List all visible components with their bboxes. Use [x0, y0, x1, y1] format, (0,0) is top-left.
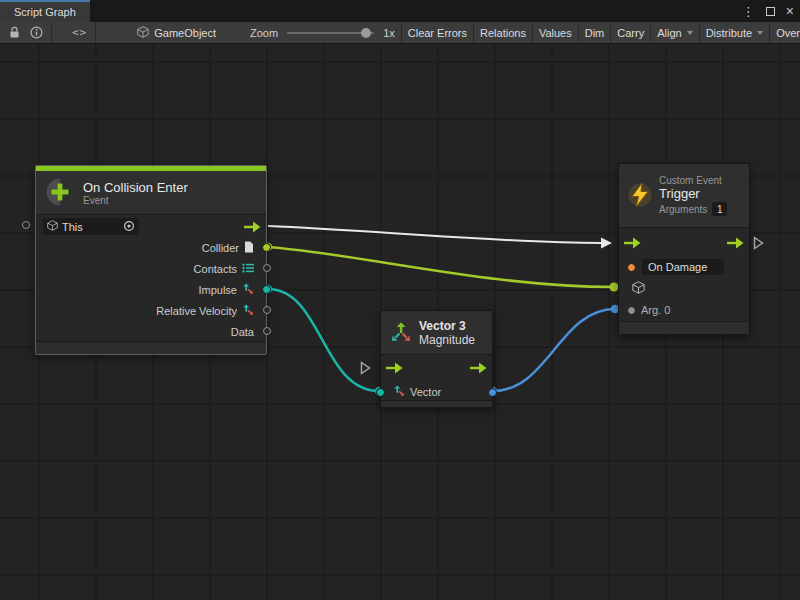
node-footer — [36, 341, 266, 354]
node-footer — [381, 400, 492, 407]
maximize-icon[interactable] — [766, 7, 775, 16]
toolbar-button-clear-errors[interactable]: Clear Errors — [401, 22, 473, 44]
button-label: Values — [539, 27, 572, 39]
arguments-row: Arguments 1 — [659, 202, 727, 216]
port-dot-contacts[interactable] — [263, 264, 271, 272]
control-input-triangle-icon[interactable] — [360, 361, 371, 379]
target-picker-icon[interactable] — [123, 220, 135, 234]
control-output-triangle-icon[interactable] — [753, 236, 764, 254]
wire-collider-to-target[interactable] — [268, 247, 614, 287]
port-dot-impulse[interactable] — [262, 285, 271, 294]
contacts-list-icon — [242, 263, 254, 275]
vector3-mini-icon — [242, 283, 254, 297]
event-name-field[interactable]: On Damage — [642, 259, 724, 275]
port-dot-data[interactable] — [263, 327, 271, 335]
zoom-label: Zoom — [250, 27, 278, 39]
port-label: Relative Velocity — [156, 305, 237, 317]
gameobject-cube-icon — [137, 26, 149, 40]
cube-icon — [632, 281, 645, 296]
node-header: Vector 3 Magnitude — [381, 311, 492, 355]
tab-script-graph[interactable]: Script Graph — [0, 0, 90, 22]
arguments-count-field[interactable]: 1 — [712, 202, 727, 216]
dropdown-arrow-icon — [687, 31, 693, 35]
control-output-arrow-icon[interactable] — [470, 362, 487, 376]
toolbar-button-overview[interactable]: Overv — [769, 22, 800, 44]
wire-control-flow[interactable] — [268, 226, 601, 243]
port-dot-vector-input[interactable] — [376, 388, 385, 397]
vector3-icon — [390, 321, 412, 345]
control-input-arrow-icon[interactable] — [624, 237, 641, 251]
this-field[interactable]: This — [43, 218, 139, 235]
control-flow-row — [619, 233, 749, 255]
cube-icon — [47, 220, 58, 233]
code-icon[interactable]: <> — [67, 22, 92, 44]
port-label: Contacts — [194, 263, 237, 275]
event-name-value: On Damage — [648, 261, 707, 273]
zoom-value: 1x — [383, 27, 395, 39]
close-icon[interactable]: × — [786, 4, 794, 18]
node-footer — [619, 321, 749, 334]
control-output-arrow-icon[interactable] — [244, 221, 261, 233]
kebab-menu-icon[interactable]: ⋮ — [742, 5, 755, 18]
toolbar-separator — [95, 22, 96, 44]
port-label: Arg. 0 — [641, 304, 670, 316]
control-flow-row — [381, 358, 492, 380]
port-dot-arg0[interactable] — [627, 306, 636, 315]
port-row-impulse: Impulse — [36, 279, 266, 300]
node-custom-event-trigger[interactable]: Custom Event Trigger Arguments 1 On Dama… — [618, 163, 750, 335]
toolbar-separator — [51, 22, 52, 44]
node-on-collision-enter[interactable]: On Collision Enter Event This Collider — [35, 165, 267, 355]
toolbar-button-align[interactable]: Align — [650, 22, 698, 44]
zoom-slider[interactable] — [287, 32, 374, 34]
node-title: Vector 3 — [419, 319, 475, 333]
toolbar-button-carry[interactable]: Carry — [610, 22, 650, 44]
port-row-vector: Vector — [381, 382, 492, 402]
toolbar-button-values[interactable]: Values — [532, 22, 578, 44]
port-dot-this-external[interactable] — [22, 221, 30, 229]
button-label: Clear Errors — [408, 27, 467, 39]
zoom-slider-handle[interactable] — [361, 28, 371, 38]
tab-label: Script Graph — [14, 6, 76, 18]
wire-magnitude-to-arg0[interactable] — [493, 309, 615, 391]
port-label: Data — [231, 326, 254, 338]
port-row-arg0: Arg. 0 — [619, 300, 749, 320]
node-titles: On Collision Enter Event — [83, 180, 188, 206]
port-row-contacts: Contacts — [36, 258, 266, 279]
port-row-event-name: On Damage — [619, 257, 749, 277]
port-dot-magnitude-output[interactable] — [488, 388, 497, 397]
port-row-relative-velocity: Relative Velocity — [36, 300, 266, 321]
node-header: Custom Event Trigger Arguments 1 — [619, 164, 749, 228]
node-subtitle: Event — [83, 195, 188, 206]
lock-icon[interactable] — [4, 22, 25, 44]
port-dot-event-name[interactable] — [627, 263, 636, 272]
lightning-icon — [628, 182, 652, 210]
port-row-data: Data — [36, 321, 266, 342]
control-input-arrow-icon[interactable] — [386, 362, 403, 376]
gameobject-label: GameObject — [154, 27, 216, 39]
node-subtitle: Magnitude — [419, 333, 475, 347]
port-dot-collider[interactable] — [262, 243, 271, 252]
toolbar-button-dim[interactable]: Dim — [578, 22, 611, 44]
button-label: Overv — [776, 27, 800, 39]
wire-control-arrowhead — [601, 238, 612, 249]
event-icon — [45, 177, 75, 209]
port-row-this: This — [36, 216, 266, 237]
node-vector3-magnitude[interactable]: Vector 3 Magnitude Vector — [380, 310, 493, 408]
port-row-target — [619, 278, 749, 298]
toolbar-button-distribute[interactable]: Distribute — [699, 22, 769, 44]
node-titles: Custom Event Trigger Arguments 1 — [659, 175, 727, 216]
graph-canvas[interactable]: On Collision Enter Event This Collider — [0, 44, 800, 600]
port-label: Vector — [410, 386, 441, 398]
vector3-mini-icon — [242, 304, 254, 318]
tab-bar: Script Graph ⋮ × — [0, 0, 800, 22]
graph-toolbar: <> GameObject Zoom 1x Clear Errors Relat… — [0, 22, 800, 44]
toolbar-button-relations[interactable]: Relations — [473, 22, 532, 44]
vector3-mini-icon — [393, 385, 405, 399]
info-icon[interactable] — [25, 22, 48, 44]
port-dot-relative-velocity[interactable] — [263, 306, 271, 314]
port-label: Impulse — [198, 284, 237, 296]
port-row-collider: Collider — [36, 237, 266, 258]
button-label: Carry — [617, 27, 644, 39]
gameobject-chip[interactable]: GameObject — [137, 26, 216, 40]
control-output-arrow-icon[interactable] — [727, 237, 744, 251]
